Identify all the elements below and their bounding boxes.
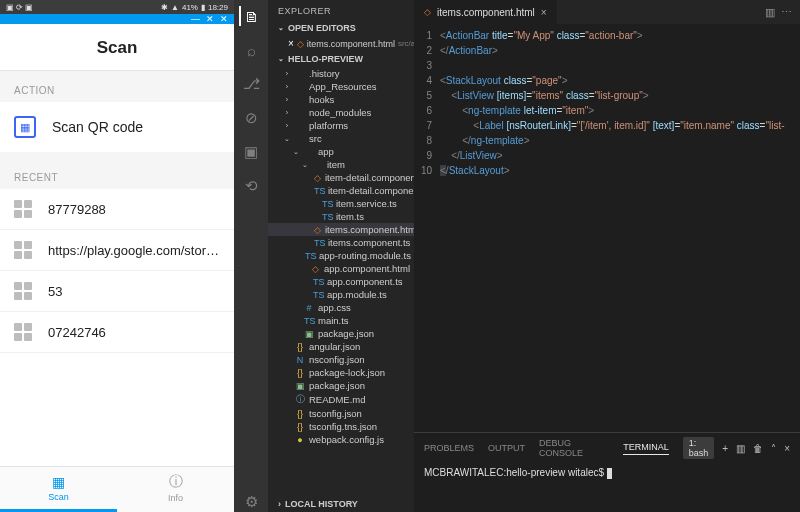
tree-row[interactable]: TSitem.ts [268,210,414,223]
chevron-icon: › [283,109,291,116]
explorer-icon[interactable]: 🗎 [239,6,261,26]
panel-tab[interactable]: TERMINAL [623,442,669,455]
tree-row[interactable]: ▣package.json [268,327,414,340]
tree-row[interactable]: {}package-lock.json [268,366,414,379]
tree-row[interactable]: ›hooks [268,93,414,106]
tree-row[interactable]: ◇app.component.html [268,262,414,275]
tab-filename: items.component.html [437,7,535,18]
code-content[interactable]: <ActionBar title="My App" class="action-… [440,28,800,432]
tree-row[interactable]: TSitem-detail.component.ts [268,184,414,197]
terminal-body[interactable]: MCBRAWITALEC:hello-preview witalec$ [414,463,800,512]
accent-minimize-icon[interactable]: — [191,14,200,24]
tree-row[interactable]: TSapp-routing.module.ts [268,249,414,262]
nav-scan[interactable]: ▦ Scan [0,467,117,512]
panel-tab[interactable]: PROBLEMS [424,443,474,453]
tree-row[interactable]: TSapp.component.ts [268,275,414,288]
tree-row[interactable]: TSitems.component.ts [268,236,414,249]
explorer-title: EXPLORER [268,0,414,20]
file-icon: ◇ [314,173,321,183]
phone-preview: ▣ ⟳ ▣ ✱ ▲ 41% ▮ 18:29 — ✕ ✕ Scan ACTION … [0,0,234,512]
file-icon: N [295,355,305,365]
search-icon[interactable]: ⌕ [241,40,261,60]
file-tree: ›.history›App_Resources›hooks›node_modul… [268,67,414,446]
settings-icon[interactable]: ⚙ [241,492,261,512]
tree-row[interactable]: TSmain.ts [268,314,414,327]
scan-nav-icon: ▦ [52,474,65,490]
tree-row[interactable]: {}tsconfig.json [268,407,414,420]
panel-tab[interactable]: OUTPUT [488,443,525,453]
split-editor-icon[interactable]: ▥ [765,6,775,19]
tree-row[interactable]: {}angular.json [268,340,414,353]
scan-qr-button[interactable]: ▦ Scan QR code [0,102,234,152]
tree-row[interactable]: ›.history [268,67,414,80]
close-editor-icon[interactable]: × [288,38,294,49]
new-terminal-icon[interactable]: + [722,443,728,454]
livesync-icon[interactable]: ⟲ [241,176,261,196]
local-history-section[interactable]: ›LOCAL HISTORY [268,496,414,512]
file-icon: ▣ [304,329,314,339]
chevron-down-icon: ⌄ [278,24,284,32]
tree-label: app.module.ts [327,289,387,300]
recent-list: 87779288https://play.google.com/stor…530… [0,189,234,353]
tree-row[interactable]: {}tsconfig.tns.json [268,420,414,433]
app-top-accent: — ✕ ✕ [0,14,234,24]
tree-row[interactable]: ›App_Resources [268,80,414,93]
file-icon: ◇ [314,225,321,235]
recent-item[interactable]: 53 [0,271,234,312]
tree-row[interactable]: ⌄app [268,145,414,158]
tree-label: angular.json [309,341,360,352]
tree-row[interactable]: TSitem.service.ts [268,197,414,210]
recent-item[interactable]: 87779288 [0,189,234,230]
git-icon[interactable]: ⎇ [241,74,261,94]
tree-label: package.json [309,380,365,391]
line-gutter: 12345678910 [414,28,440,432]
signal-icon: ▲ [171,3,179,12]
tree-label: src [309,133,322,144]
tree-label: main.ts [318,315,349,326]
more-icon[interactable]: ⋯ [781,6,792,19]
file-icon: TS [314,186,324,196]
open-editor-path: src/app/item [398,39,414,48]
extensions-icon[interactable]: ▣ [241,142,261,162]
bottom-nav: ▦ Scan ⓘ Info [0,466,234,512]
tree-row[interactable]: TSapp.module.ts [268,288,414,301]
file-icon: TS [322,199,332,209]
nav-info-label: Info [168,493,183,503]
accent-x2-icon[interactable]: ✕ [220,14,228,24]
recent-item-text: 07242746 [48,325,220,340]
terminal-shell-select[interactable]: 1: bash [683,437,715,459]
editor-tab[interactable]: ◇ items.component.html × [414,0,558,24]
tree-row[interactable]: #app.css [268,301,414,314]
tree-row[interactable]: ›platforms [268,119,414,132]
tree-row[interactable]: ›node_modules [268,106,414,119]
editor-tabs: ◇ items.component.html × ▥ ⋯ [414,0,800,24]
recent-item[interactable]: 07242746 [0,312,234,353]
debug-icon[interactable]: ⊘ [241,108,261,128]
tree-label: item [327,159,345,170]
code-editor[interactable]: 12345678910 <ActionBar title="My App" cl… [414,24,800,432]
recent-item-text: https://play.google.com/stor… [48,243,220,258]
close-panel-icon[interactable]: × [784,443,790,454]
tree-row[interactable]: Nnsconfig.json [268,353,414,366]
tree-row[interactable]: ⌄item [268,158,414,171]
close-tab-icon[interactable]: × [541,7,547,18]
tree-row[interactable]: ◇items.component.html [268,223,414,236]
tree-row[interactable]: ⓘREADME.md [268,392,414,407]
recent-item[interactable]: https://play.google.com/stor… [0,230,234,271]
tree-row[interactable]: ⌄src [268,132,414,145]
panel-tab[interactable]: DEBUG CONSOLE [539,438,609,458]
accent-x-icon[interactable]: ✕ [206,14,214,24]
split-terminal-icon[interactable]: ▥ [736,443,745,454]
maximize-panel-icon[interactable]: ˄ [771,443,776,454]
nav-scan-label: Scan [48,492,69,502]
project-section[interactable]: ⌄HELLO-PREVIEW [268,51,414,67]
qr-small-icon [14,241,32,259]
open-editor-item[interactable]: × ◇ items.component.html src/app/item [268,36,414,51]
tree-row[interactable]: ◇item-detail.component.html [268,171,414,184]
phone-body-space [0,353,234,466]
open-editors-section[interactable]: ⌄OPEN EDITORS [268,20,414,36]
nav-info[interactable]: ⓘ Info [117,467,234,512]
trash-icon[interactable]: 🗑 [753,443,763,454]
tree-row[interactable]: ▣package.json [268,379,414,392]
tree-row[interactable]: ●webpack.config.js [268,433,414,446]
